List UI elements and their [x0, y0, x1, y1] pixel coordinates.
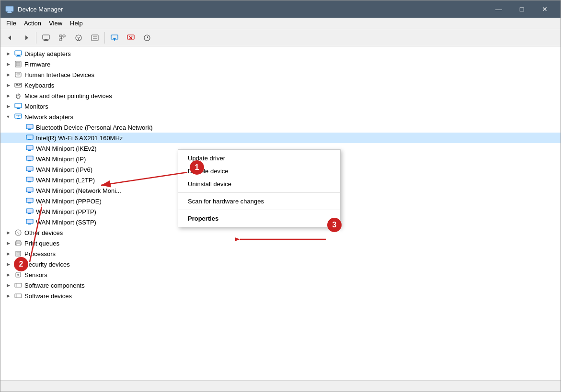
tree-item-network[interactable]: ▼ Network adapters: [0, 112, 561, 122]
svg-rect-52: [26, 135, 33, 139]
menu-action[interactable]: Action: [20, 19, 45, 28]
svg-rect-16: [92, 35, 98, 41]
minimize-button[interactable]: —: [488, 1, 510, 17]
expand-icon-firmware[interactable]: ▶: [4, 60, 12, 68]
label-processors: Processors: [24, 250, 56, 258]
icon-security: [14, 260, 23, 269]
svg-rect-43: [15, 103, 22, 108]
close-button[interactable]: ✕: [534, 1, 556, 17]
update-driver-button[interactable]: [107, 31, 122, 45]
expand-icon-processors[interactable]: ▶: [4, 250, 12, 258]
expand-icon-security[interactable]: ▶: [4, 260, 12, 268]
expand-icon-other[interactable]: ▶: [4, 229, 12, 236]
tree-item-security[interactable]: ▶ Security devices: [0, 259, 561, 269]
svg-rect-79: [15, 283, 22, 287]
expand-icon-sensors[interactable]: ▶: [4, 271, 12, 279]
app-icon: [5, 5, 14, 13]
svg-rect-6: [45, 39, 47, 40]
svg-rect-54: [26, 146, 33, 150]
svg-rect-8: [59, 35, 62, 37]
label-hid: Human Interface Devices: [24, 71, 94, 78]
tree-item-mice[interactable]: ▶ Mice and other pointing devices: [0, 90, 561, 101]
svg-rect-50: [26, 124, 33, 129]
scan-changes-button[interactable]: [139, 31, 155, 45]
tree-item-monitors[interactable]: ▶ Monitors: [0, 101, 561, 112]
svg-rect-76: [17, 252, 20, 255]
tree-item-display[interactable]: ▶ Display adapters: [0, 48, 561, 59]
tree-item-softcomp[interactable]: ▶ Software components: [0, 280, 561, 291]
label-wan-pptp: WAN Miniport (PPTP): [36, 208, 96, 215]
context-menu-sep-1: [178, 192, 340, 193]
expand-icon-monitors[interactable]: ▶: [4, 102, 12, 110]
back-button[interactable]: [2, 31, 18, 45]
properties-button[interactable]: ?: [71, 31, 86, 45]
tree-item-bluetooth[interactable]: ▶ Bluetooth Device (Personal Area Networ…: [0, 122, 561, 133]
context-menu-disable[interactable]: Disable device: [178, 165, 340, 178]
tree-item-keyboards[interactable]: ▶ Keyboards: [0, 80, 561, 90]
tree-item-firmware[interactable]: ▶ Firmware: [0, 59, 561, 69]
label-sensors: Sensors: [24, 271, 47, 279]
icon-print: [14, 239, 23, 247]
tree-item-hid[interactable]: ▶ Human Interface Devices: [0, 69, 561, 80]
label-network: Network adapters: [24, 113, 73, 121]
svg-rect-22: [127, 35, 134, 39]
context-menu-sep-2: [178, 210, 340, 210]
icon-wan-l2tp: [25, 176, 34, 184]
title-bar: Device Manager — □ ✕: [0, 0, 561, 18]
status-bar: [0, 380, 561, 392]
forward-button[interactable]: [19, 31, 34, 45]
icon-wan-netmon: [25, 186, 34, 195]
svg-rect-31: [16, 62, 20, 66]
expand-icon-softcomp[interactable]: ▶: [4, 281, 12, 289]
svg-rect-35: [16, 84, 17, 85]
label-intel-wifi: Intel(R) Wi-Fi 6 AX201 160MHz: [36, 134, 123, 142]
expand-icon-hid[interactable]: ▶: [4, 71, 12, 78]
svg-rect-44: [17, 108, 20, 109]
svg-rect-67: [28, 213, 31, 214]
label-mice: Mice and other pointing devices: [24, 92, 112, 100]
label-wan-sstp: WAN Miniport (SSTP): [36, 219, 96, 226]
uninstall-button[interactable]: [123, 31, 138, 45]
label-wan-pppoe: WAN Miniport (PPPOE): [36, 198, 102, 205]
expand-icon-keyboards[interactable]: ▶: [4, 81, 12, 89]
label-wan-netmon: WAN Miniport (Network Moni...: [36, 187, 121, 194]
detail-button[interactable]: [87, 31, 103, 45]
label-wan-ipv6: WAN Miniport (IPv6): [36, 166, 92, 173]
context-menu-scan[interactable]: Scan for hardware changes: [178, 195, 340, 208]
expand-icon-display[interactable]: ▶: [4, 50, 12, 57]
device-manager-window: Device Manager — □ ✕ File Action View He…: [0, 0, 561, 392]
svg-rect-47: [17, 118, 20, 119]
menu-file[interactable]: File: [2, 19, 20, 28]
svg-rect-7: [44, 40, 48, 41]
expand-icon-print[interactable]: ▶: [4, 239, 12, 247]
svg-marker-3: [8, 35, 11, 40]
tree-item-other[interactable]: ▶ ? Other devices: [0, 227, 561, 238]
menu-view[interactable]: View: [45, 19, 66, 28]
tree-item-sensors[interactable]: ▶ Sensors: [0, 269, 561, 280]
icon-display: [14, 49, 23, 58]
toolbar-sep-1: [36, 32, 36, 44]
tree-item-print[interactable]: ▶ Print queues: [0, 238, 561, 248]
tree-item-softdev[interactable]: ▶ Software devices: [0, 291, 561, 301]
context-menu-properties[interactable]: Properties: [178, 212, 340, 225]
tree-item-intel-wifi[interactable]: ▶ Intel(R) Wi-Fi 6 AX201 160MHz: [0, 133, 561, 143]
show-devices-button[interactable]: [38, 31, 54, 45]
icon-wan-pptp: [25, 207, 34, 216]
svg-rect-37: [19, 84, 20, 85]
expand-icon-network[interactable]: ▼: [4, 113, 12, 121]
show-connection-button[interactable]: [55, 31, 70, 45]
tree-item-processors[interactable]: ▶ Processors: [0, 248, 561, 259]
svg-rect-81: [15, 294, 22, 298]
label-bluetooth: Bluetooth Device (Personal Area Network): [36, 124, 153, 131]
context-menu-uninstall[interactable]: Uninstall device: [178, 178, 340, 190]
svg-rect-39: [16, 86, 20, 87]
svg-line-13: [61, 38, 63, 39]
menu-help[interactable]: Help: [66, 19, 87, 28]
svg-point-78: [17, 274, 19, 276]
expand-icon-mice[interactable]: ▶: [4, 92, 12, 100]
svg-rect-62: [26, 188, 33, 192]
maximize-button[interactable]: □: [511, 1, 533, 17]
context-menu-update[interactable]: Update driver: [178, 152, 340, 165]
label-display: Display adapters: [24, 50, 71, 57]
expand-icon-softdev[interactable]: ▶: [4, 292, 12, 300]
